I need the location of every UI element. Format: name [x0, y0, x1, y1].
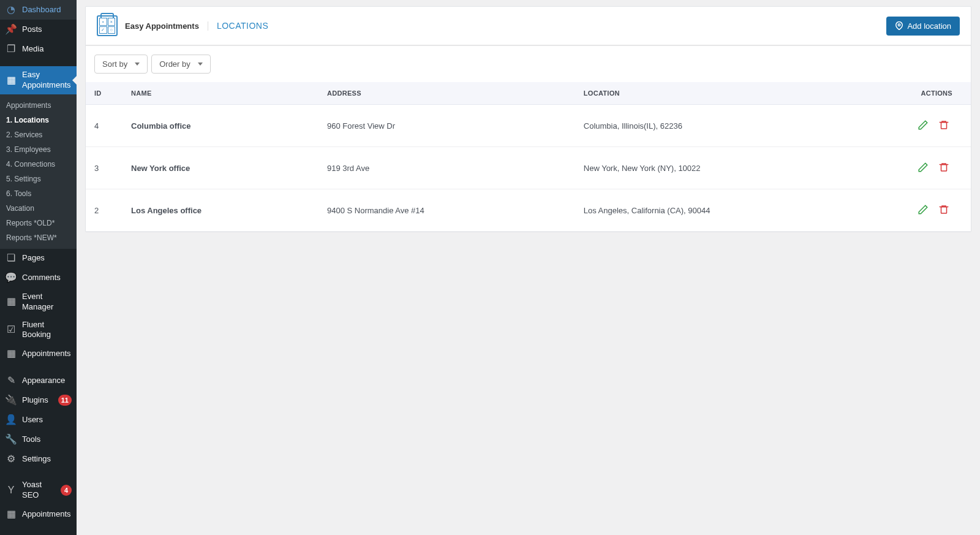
submenu-item-vacation[interactable]: Vacation	[0, 201, 77, 216]
sidebar-item-fluent-booking[interactable]: ☑Fluent Booking	[0, 316, 77, 344]
pages-icon: ❏	[5, 252, 17, 265]
sidebar-item-easy-appointments[interactable]: ▦Easy Appointments	[0, 66, 77, 94]
calendar-icon: ▦	[5, 347, 17, 360]
delete-button[interactable]	[935, 117, 952, 134]
col-header-name[interactable]: NAME	[123, 82, 318, 105]
sidebar-item-tools[interactable]: 🔧Tools	[0, 430, 77, 449]
comments-icon: 💬	[5, 272, 17, 284]
sidebar-item-appointments[interactable]: ▦Appointments	[0, 344, 77, 363]
sidebar-item-collapse-menu[interactable]: ◀Collapse menu	[0, 531, 77, 535]
calendar-icon: ▦	[5, 296, 17, 308]
sidebar-item-label: Yoast SEO	[22, 480, 53, 501]
sidebar-item-label: Media	[22, 44, 72, 55]
chevron-down-icon	[135, 63, 140, 66]
sidebar-item-label: Users	[22, 415, 72, 425]
sidebar-item-media[interactable]: ❐Media	[0, 39, 77, 59]
cell-name: Columbia office	[123, 105, 318, 147]
submenu-item-2-services[interactable]: 2. Services	[0, 127, 77, 142]
sidebar-item-label: Comments	[22, 273, 72, 283]
sort-by-dropdown[interactable]: Sort by	[94, 55, 148, 74]
submenu-item-5-settings[interactable]: 5. Settings	[0, 172, 77, 186]
col-header-location[interactable]: LOCATION	[575, 82, 897, 105]
svg-rect-1	[941, 122, 947, 129]
edit-button[interactable]	[914, 202, 932, 219]
delete-button[interactable]	[935, 202, 952, 219]
submenu-item-3-employees[interactable]: 3. Employees	[0, 142, 77, 157]
locations-panel: ▪×✓○ Easy Appointments LOCATIONS Add loc…	[85, 6, 971, 232]
chevron-down-icon	[198, 63, 203, 66]
sidebar-submenu: Appointments1. Locations2. Services3. Em…	[0, 94, 77, 249]
table-header-row: ID NAME ADDRESS LOCATION ACTIONS	[86, 82, 971, 105]
submenu-item-appointments[interactable]: Appointments	[0, 98, 77, 113]
update-count-badge: 4	[61, 485, 72, 496]
sidebar-item-users[interactable]: 👤Users	[0, 410, 77, 430]
main-content: ▪×✓○ Easy Appointments LOCATIONS Add loc…	[77, 0, 980, 535]
cell-name: New York office	[123, 147, 318, 189]
pencil-icon	[918, 204, 929, 217]
sidebar-item-posts[interactable]: 📌Posts	[0, 20, 77, 39]
col-header-address[interactable]: ADDRESS	[318, 82, 575, 105]
col-header-id[interactable]: ID	[86, 82, 123, 105]
pencil-icon	[918, 162, 929, 175]
wrench-icon: 🔧	[5, 433, 17, 446]
sidebar-item-label: Event Manager	[22, 292, 72, 313]
col-header-actions: ACTIONS	[897, 82, 971, 105]
sidebar-item-comments[interactable]: 💬Comments	[0, 268, 77, 288]
yoast-icon: Y	[5, 484, 17, 496]
admin-footer: Thank you for creating with WordPress. V…	[85, 529, 971, 535]
cell-id: 3	[86, 147, 123, 189]
pencil-icon	[918, 120, 929, 132]
svg-point-0	[899, 24, 901, 26]
page-title: LOCATIONS	[217, 21, 268, 31]
cell-location: New York, New York (NY), 10022	[575, 147, 897, 189]
sidebar-item-label: Appointments	[22, 349, 72, 359]
submenu-item-6-tools[interactable]: 6. Tools	[0, 186, 77, 201]
trash-icon	[938, 120, 949, 132]
table-row: 4Columbia office960 Forest View DrColumb…	[86, 105, 971, 147]
cell-address: 9400 S Normandie Ave #14	[318, 189, 575, 232]
table-toolbar: Sort by Order by	[86, 46, 971, 82]
sidebar-item-appointments[interactable]: ▦Appointments	[0, 504, 77, 524]
submenu-item-4-connections[interactable]: 4. Connections	[0, 157, 77, 172]
booking-icon: ☑	[5, 324, 17, 336]
sidebar-item-label: Pages	[22, 253, 72, 264]
brush-icon: ✎	[5, 374, 17, 387]
table-row: 2Los Angeles office9400 S Normandie Ave …	[86, 189, 971, 232]
add-location-button[interactable]: Add location	[886, 17, 960, 36]
cell-name: Los Angeles office	[123, 189, 318, 232]
cell-id: 2	[86, 189, 123, 232]
edit-button[interactable]	[914, 117, 932, 134]
delete-button[interactable]	[935, 159, 952, 176]
cell-address: 919 3rd Ave	[318, 147, 575, 189]
cell-id: 4	[86, 105, 123, 147]
media-icon: ❐	[5, 43, 17, 55]
pin-icon: 📌	[5, 23, 17, 36]
order-by-dropdown[interactable]: Order by	[151, 55, 211, 74]
submenu-item-reports-old-[interactable]: Reports *OLD*	[0, 216, 77, 230]
sidebar-item-dashboard[interactable]: ◔Dashboard	[0, 0, 77, 20]
sidebar-item-label: Appearance	[22, 376, 72, 386]
locations-table: ID NAME ADDRESS LOCATION ACTIONS 4Columb…	[86, 82, 971, 232]
submenu-item-reports-new-[interactable]: Reports *NEW*	[0, 230, 77, 245]
sidebar-item-label: Settings	[22, 454, 72, 465]
trash-icon	[938, 162, 949, 175]
sidebar-item-event-manager[interactable]: ▦Event Manager	[0, 288, 77, 316]
sidebar-item-appearance[interactable]: ✎Appearance	[0, 371, 77, 390]
cell-location: Columbia, Illinois(IL), 62236	[575, 105, 897, 147]
sidebar-item-label: Easy Appointments	[22, 70, 72, 91]
add-location-label: Add location	[907, 21, 951, 31]
sidebar-item-yoast-seo[interactable]: YYoast SEO4	[0, 476, 77, 504]
sidebar-item-label: Plugins	[22, 395, 51, 406]
sidebar-item-plugins[interactable]: 🔌Plugins11	[0, 390, 77, 410]
calendar-icon: ▦	[5, 74, 17, 86]
sidebar-item-settings[interactable]: ⚙Settings	[0, 449, 77, 469]
cell-address: 960 Forest View Dr	[318, 105, 575, 147]
sidebar-item-label: Fluent Booking	[22, 320, 72, 341]
admin-sidebar: ◔Dashboard📌Posts❐Media▦Easy Appointments…	[0, 0, 77, 535]
submenu-item-1-locations[interactable]: 1. Locations	[0, 113, 77, 127]
calendar-icon: ▦	[5, 508, 17, 520]
edit-button[interactable]	[914, 159, 932, 176]
sliders-icon: ⚙	[5, 453, 17, 465]
sidebar-item-pages[interactable]: ❏Pages	[0, 249, 77, 268]
sidebar-item-label: Tools	[22, 434, 72, 445]
